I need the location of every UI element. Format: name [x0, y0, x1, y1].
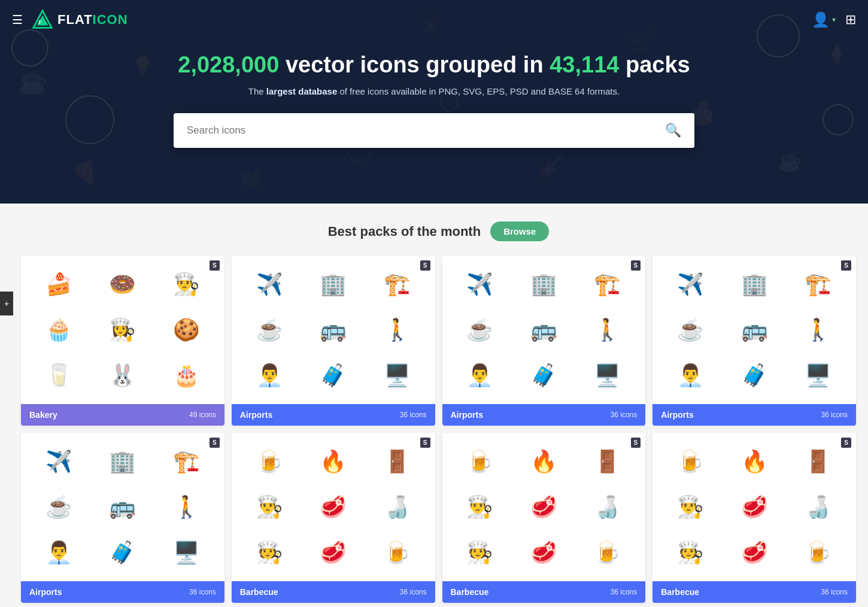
- pack-card[interactable]: 🍺🔥🚪👨‍🍳🥩🍶🧑‍🍳🥩🍺Barbecue36 iconsS: [442, 433, 646, 603]
- pack-footer: Barbecue36 icons: [442, 581, 646, 603]
- logo[interactable]: F FLATICON: [31, 8, 128, 31]
- pack-icon-cell: 👨‍🍳: [448, 484, 512, 530]
- pack-card[interactable]: 🍺🔥🚪👨‍🍳🥩🍶🧑‍🍳🥩🍺Barbecue36 iconsS: [652, 433, 856, 603]
- pack-icon-cell: 🥩: [723, 484, 787, 530]
- pack-footer: Airports36 icons: [652, 404, 856, 426]
- pack-icon-cell: 🍶: [365, 484, 429, 530]
- pack-badge: S: [420, 260, 430, 271]
- pack-count: 36 icons: [821, 588, 848, 596]
- pack-count: 36 icons: [611, 588, 638, 596]
- pack-icon-cell: ✈️: [238, 262, 302, 307]
- pack-icon-cell: 🍺: [786, 530, 850, 575]
- pack-footer: Airports36 icons: [442, 404, 646, 426]
- pack-icons-grid: 🍺🔥🚪👨‍🍳🥩🍶🧑‍🍳🥩🍺: [232, 433, 435, 581]
- pack-icon-cell: 🏢: [301, 262, 365, 307]
- pack-icon-cell: 🚌: [91, 484, 155, 530]
- pack-name: Barbecue: [661, 587, 699, 597]
- hero-content: 2,028,000 vector icons grouped in 43,114…: [0, 40, 868, 204]
- pack-card[interactable]: 🍰🍩👨‍🍳🧁👩‍🍳🍪🥛🐰🎂Bakery49 iconsS: [21, 256, 224, 426]
- pack-icon-cell: 🚶: [154, 484, 218, 530]
- pack-badge: S: [210, 260, 220, 271]
- icon-count: 2,028,000: [178, 52, 279, 77]
- hero-title-end: packs: [619, 52, 690, 77]
- search-input[interactable]: [174, 114, 652, 147]
- pack-icon-cell: 🏢: [91, 439, 155, 484]
- pack-badge: S: [631, 438, 641, 448]
- pack-icon-cell: 🏗️: [786, 262, 850, 307]
- pack-badge: S: [841, 260, 851, 271]
- pack-icon-cell: 👨‍💼: [238, 353, 302, 398]
- navbar: ☰ F FLATICON 👤 ▾ ⊞: [0, 0, 868, 40]
- pack-icon-cell: 🍶: [576, 484, 640, 530]
- svg-text:F: F: [38, 19, 41, 25]
- main-content: Best packs of the month Browse 🍰🍩👨‍🍳🧁👩‍🍳…: [0, 204, 868, 607]
- pack-icons-grid: ✈️🏢🏗️☕🚌🚶👨‍💼🧳🖥️: [442, 256, 646, 404]
- pack-badge: S: [210, 438, 220, 448]
- pack-footer: Airports36 icons: [232, 404, 435, 426]
- apps-grid-icon[interactable]: ⊞: [845, 12, 856, 28]
- pack-icon-cell: 👨‍🍳: [154, 262, 218, 307]
- pack-icon-cell: 🖥️: [786, 353, 850, 398]
- navbar-left: ☰ F FLATICON: [12, 8, 128, 31]
- pack-icons-grid: 🍺🔥🚪👨‍🍳🥩🍶🧑‍🍳🥩🍺: [652, 433, 856, 581]
- pack-icon-cell: 🍺: [576, 530, 640, 575]
- pack-icon-cell: ✈️: [448, 262, 512, 307]
- pack-footer: Bakery49 icons: [21, 404, 224, 426]
- pack-card[interactable]: ✈️🏢🏗️☕🚌🚶👨‍💼🧳🖥️Airports36 iconsS: [232, 256, 435, 426]
- pack-badge: S: [631, 260, 641, 271]
- pack-icon-cell: 🧳: [723, 353, 787, 398]
- pack-icon-cell: 🥩: [512, 530, 576, 575]
- pack-icon-cell: 🍺: [448, 439, 512, 484]
- pack-icon-cell: 🧁: [27, 307, 91, 353]
- hero-section: ☕ 🍕 💡 🎂 ☕ 🍦 ✂️ 🎸 🌿 🛒 ☰ F FLATICON: [0, 0, 868, 204]
- pack-icon-cell: 🚌: [512, 307, 576, 353]
- pack-name: Airports: [240, 410, 272, 420]
- pack-icon-cell: 🧑‍🍳: [658, 530, 723, 575]
- pack-footer: Barbecue36 icons: [652, 581, 856, 603]
- pack-icon-cell: 🥩: [301, 484, 365, 530]
- pack-icons-grid: ✈️🏢🏗️☕🚌🚶👨‍💼🧳🖥️: [232, 256, 435, 404]
- pack-icon-cell: 🧑‍🍳: [238, 530, 302, 575]
- pack-icon-cell: ☕: [238, 307, 302, 353]
- pack-icon-cell: 🏢: [512, 262, 576, 307]
- pack-count: 36 icons: [821, 411, 848, 419]
- pack-icon-cell: 🧑‍🍳: [448, 530, 512, 575]
- pack-icon-cell: 🐰: [91, 353, 155, 398]
- pack-card[interactable]: ✈️🏢🏗️☕🚌🚶👨‍💼🧳🖥️Airports36 iconsS: [21, 433, 224, 603]
- pack-icons-grid: 🍰🍩👨‍🍳🧁👩‍🍳🍪🥛🐰🎂: [21, 256, 224, 404]
- pack-icon-cell: 🥩: [723, 530, 787, 575]
- pack-icon-cell: 🖥️: [154, 530, 218, 575]
- pack-icon-cell: 🔥: [723, 439, 787, 484]
- pack-card[interactable]: ✈️🏢🏗️☕🚌🚶👨‍💼🧳🖥️Airports36 iconsS: [442, 256, 646, 426]
- hero-title-middle: vector icons grouped in: [279, 52, 550, 77]
- pack-icons-grid: ✈️🏢🏗️☕🚌🚶👨‍💼🧳🖥️: [21, 433, 224, 581]
- pack-icon-cell: 🚶: [786, 307, 850, 353]
- search-bar: 🔍: [174, 113, 694, 148]
- pack-icon-cell: 🚪: [576, 439, 640, 484]
- pack-count: 36 icons: [189, 588, 216, 596]
- pack-icon-cell: 🚪: [365, 439, 429, 484]
- pack-icon-cell: ☕: [658, 307, 723, 353]
- user-menu[interactable]: 👤 ▾: [812, 11, 836, 28]
- pack-icon-cell: 🥩: [512, 484, 576, 530]
- pack-icon-cell: 🍰: [27, 262, 91, 307]
- sidebar-toggle-button[interactable]: +: [0, 292, 13, 315]
- pack-icon-cell: ✈️: [27, 439, 91, 484]
- search-button[interactable]: 🔍: [652, 113, 694, 148]
- pack-icon-cell: 🔥: [301, 439, 365, 484]
- pack-badge: S: [841, 438, 851, 448]
- pack-icon-cell: ☕: [27, 484, 91, 530]
- pack-card[interactable]: 🍺🔥🚪👨‍🍳🥩🍶🧑‍🍳🥩🍺Barbecue36 iconsS: [232, 433, 435, 603]
- pack-card[interactable]: ✈️🏢🏗️☕🚌🚶👨‍💼🧳🖥️Airports36 iconsS: [652, 256, 856, 426]
- user-chevron-icon: ▾: [832, 16, 836, 24]
- pack-icon-cell: 🚪: [786, 439, 850, 484]
- browse-button[interactable]: Browse: [490, 221, 549, 241]
- pack-name: Barbecue: [451, 587, 489, 597]
- pack-icon-cell: 🚌: [723, 307, 787, 353]
- pack-icon-cell: 👨‍💼: [658, 353, 723, 398]
- hamburger-menu-icon[interactable]: ☰: [12, 13, 23, 27]
- logo-triangle-icon: F: [31, 8, 54, 31]
- search-icon: 🔍: [665, 123, 681, 138]
- pack-name: Airports: [29, 587, 62, 597]
- pack-icon-cell: 🔥: [512, 439, 576, 484]
